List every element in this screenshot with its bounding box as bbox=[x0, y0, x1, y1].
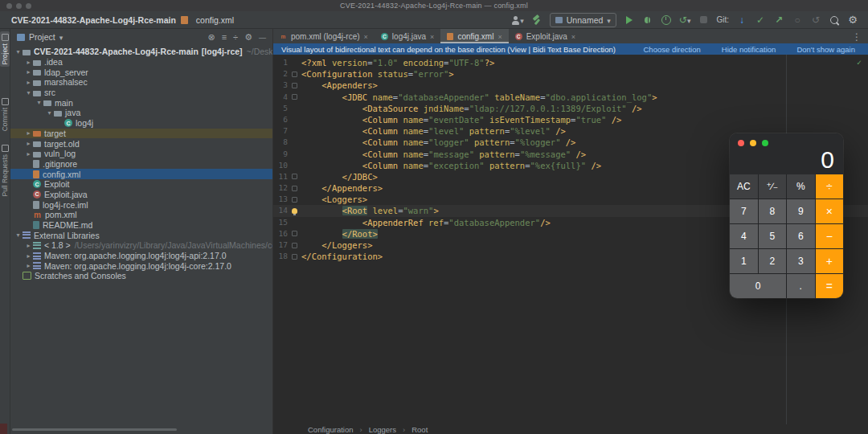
tree-item-gitignore[interactable]: .gitignore bbox=[10, 159, 272, 170]
history-button[interactable] bbox=[792, 14, 803, 27]
minimize-window-icon[interactable] bbox=[750, 140, 756, 146]
tree-item-exploit[interactable]: Exploit bbox=[10, 179, 272, 190]
calc-key-1[interactable]: 1 bbox=[730, 249, 758, 273]
settings-button[interactable] bbox=[847, 14, 858, 27]
locate-file-icon[interactable] bbox=[207, 32, 215, 43]
hide-panel-icon[interactable] bbox=[259, 33, 266, 42]
rollback-button[interactable] bbox=[810, 14, 821, 27]
tree-item-vuln-log[interactable]: vuln_log bbox=[10, 149, 272, 159]
tree-item-main[interactable]: main bbox=[10, 97, 272, 108]
banner-link-choose-direction[interactable]: Choose direction bbox=[644, 45, 701, 54]
calc-key-0[interactable]: 0 bbox=[730, 274, 786, 298]
chevron-down-icon[interactable] bbox=[24, 89, 33, 96]
close-icon[interactable] bbox=[497, 32, 502, 41]
tree-item-marshalsec[interactable]: marshalsec bbox=[10, 77, 272, 88]
zoom-window-icon[interactable] bbox=[762, 140, 768, 146]
breadcrumb-configuration[interactable]: Configuration bbox=[308, 425, 354, 434]
tree-item-idea[interactable]: .idea bbox=[10, 57, 272, 68]
calc-key-7[interactable]: 7 bbox=[730, 199, 758, 223]
tree-item-cve-2021-44832-apache-log4j-rce-main[interactable]: CVE-2021-44832-Apache-Log4j-Rce-main[log… bbox=[10, 47, 272, 57]
chevron-right-icon[interactable] bbox=[24, 59, 33, 66]
horizontal-scrollbar[interactable] bbox=[12, 428, 177, 431]
git-commit-button[interactable] bbox=[755, 14, 766, 27]
calc-key-plus-minus[interactable]: ⁺∕₋ bbox=[759, 174, 787, 199]
code-line-4[interactable]: 4 <JDBC name="databaseAppender" tableNam… bbox=[273, 92, 868, 103]
tab-exploit-java[interactable]: Exploit.java bbox=[509, 29, 582, 43]
tree-item-exploit-java[interactable]: Exploit.java bbox=[10, 190, 272, 200]
calc-key-plus[interactable]: + bbox=[816, 249, 844, 273]
fold-marker[interactable] bbox=[292, 83, 297, 88]
calc-key-3[interactable]: 3 bbox=[787, 249, 815, 273]
calc-key-minus[interactable]: − bbox=[816, 224, 844, 248]
close-icon[interactable] bbox=[364, 32, 368, 41]
chevron-right-icon[interactable] bbox=[24, 140, 33, 147]
fold-marker[interactable] bbox=[292, 94, 297, 100]
chevron-right-icon[interactable] bbox=[24, 262, 33, 269]
fold-marker[interactable] bbox=[292, 174, 297, 179]
panel-settings-icon[interactable] bbox=[244, 32, 252, 43]
tab-pom-xml[interactable]: pom.xml (log4j-rce) bbox=[273, 29, 375, 43]
calc-key-all-clear[interactable]: AC bbox=[730, 174, 758, 199]
tree-item-external-libraries[interactable]: External Libraries bbox=[10, 230, 272, 240]
code-line-6[interactable]: 6 <Column name="eventDate" isEventTimest… bbox=[273, 114, 868, 125]
code-line-1[interactable]: 1<?xml version="1.0" encoding="UTF-8"?> bbox=[273, 57, 868, 68]
build-button[interactable] bbox=[531, 14, 542, 27]
calc-key-decimal[interactable]: . bbox=[787, 274, 815, 298]
tree-item-1-8[interactable]: < 1.8 >/Users/yarinvizry/Library/Java/Ja… bbox=[10, 240, 272, 251]
calc-key-divide[interactable]: ÷ bbox=[816, 174, 844, 199]
code-line-2[interactable]: 2<Configuration status="error"> bbox=[273, 68, 868, 80]
fold-marker[interactable] bbox=[292, 254, 297, 260]
close-icon[interactable] bbox=[430, 32, 434, 41]
tree-item-ldap-server[interactable]: ldap_server bbox=[10, 67, 272, 77]
tree-item-target[interactable]: target bbox=[10, 129, 272, 139]
chevron-down-icon[interactable] bbox=[14, 231, 23, 239]
calc-key-multiply[interactable]: × bbox=[816, 199, 844, 223]
sidebar-item-commit[interactable]: Commit bbox=[0, 96, 10, 133]
project-view-title[interactable]: Project bbox=[29, 32, 55, 42]
tree-item-log4j[interactable]: log4j bbox=[10, 118, 272, 129]
tree-item-src[interactable]: src bbox=[10, 88, 272, 98]
run-configuration-select[interactable]: Unnamed bbox=[550, 13, 616, 27]
debug-button[interactable] bbox=[642, 14, 653, 27]
chevron-down-icon[interactable] bbox=[14, 48, 23, 55]
chevron-right-icon[interactable] bbox=[24, 129, 33, 137]
fold-marker[interactable] bbox=[292, 243, 297, 248]
fold-marker[interactable] bbox=[292, 197, 297, 203]
breadcrumb-project[interactable]: CVE-2021-44832-Apache-Log4j-Rce-main bbox=[11, 15, 176, 25]
chevron-right-icon[interactable] bbox=[24, 68, 33, 76]
code-line-3[interactable]: 3 <Appenders> bbox=[273, 80, 868, 91]
breadcrumb-root[interactable]: Root bbox=[411, 425, 428, 434]
chevron-right-icon[interactable] bbox=[24, 242, 33, 249]
tree-item-maven-org-apache-logging-log4j-log4j-api-2-17-0[interactable]: Maven: org.apache.logging.log4j:log4j-ap… bbox=[10, 251, 272, 261]
banner-link-hide-notification[interactable]: Hide notification bbox=[722, 45, 776, 54]
breadcrumb-loggers[interactable]: Loggers bbox=[369, 425, 396, 434]
calc-key-4[interactable]: 4 bbox=[730, 224, 758, 248]
calc-key-equals[interactable]: = bbox=[816, 274, 844, 298]
breadcrumb-file[interactable]: config.xml bbox=[196, 15, 234, 25]
collapse-all-icon[interactable] bbox=[233, 32, 238, 42]
tree-item-target-old[interactable]: target.old bbox=[10, 138, 272, 149]
chevron-right-icon[interactable] bbox=[24, 150, 33, 158]
calc-key-8[interactable]: 8 bbox=[759, 199, 787, 223]
tree-item-log4j-rce-iml[interactable]: log4j-rce.iml bbox=[10, 199, 272, 210]
chevron-right-icon[interactable] bbox=[24, 252, 33, 260]
chevron-down-icon[interactable] bbox=[59, 32, 63, 42]
banner-link-don-t-show-again[interactable]: Don't show again bbox=[796, 45, 855, 54]
expand-all-icon[interactable] bbox=[222, 32, 227, 42]
fold-marker[interactable] bbox=[292, 231, 297, 236]
calc-key-5[interactable]: 5 bbox=[759, 224, 787, 248]
tree-item-pom-xml[interactable]: pom.xml bbox=[10, 210, 272, 220]
tree-item-config-xml[interactable]: config.xml bbox=[10, 169, 272, 179]
profiler-button[interactable] bbox=[661, 14, 672, 27]
calc-key-6[interactable]: 6 bbox=[787, 224, 815, 248]
intention-bulb-icon[interactable] bbox=[292, 208, 297, 214]
calc-key-2[interactable]: 2 bbox=[759, 249, 787, 273]
sidebar-item-pull-requests[interactable]: Pull Requests bbox=[0, 142, 10, 199]
inspection-ok-icon[interactable] bbox=[857, 57, 862, 68]
tree-item-scratches-and-consoles[interactable]: Scratches and Consoles bbox=[10, 271, 272, 281]
tab-config-xml[interactable]: config.xml bbox=[440, 29, 508, 43]
chevron-right-icon[interactable] bbox=[24, 79, 33, 86]
calc-key-9[interactable]: 9 bbox=[787, 199, 815, 223]
git-push-button[interactable] bbox=[773, 14, 784, 27]
tree-item-maven-org-apache-logging-log4j-log4j-core-2-17-0[interactable]: Maven: org.apache.logging.log4j:log4j-co… bbox=[10, 260, 272, 271]
